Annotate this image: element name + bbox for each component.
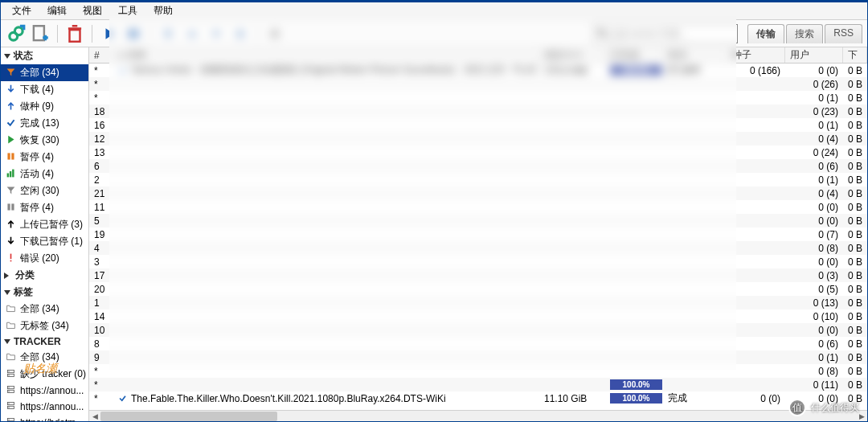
torrent-row[interactable]: *0 (26)0 B [89,77,867,91]
svg-rect-5 [134,29,138,38]
torrent-row[interactable]: 80 (6)0 B [89,337,867,350]
torrent-row[interactable]: *0 (8)0 B [89,364,867,378]
torrent-row[interactable]: 190 (7)0 B [89,227,867,241]
settings-button[interactable] [264,23,285,44]
menu-编辑[interactable]: 编辑 [39,2,75,19]
sidebar-item[interactable]: https://annou... [1,383,88,399]
sidebar-item[interactable]: 空闲 (30) [1,182,88,199]
server-icon [6,416,16,421]
pause-button[interactable] [123,23,144,44]
sidebar-item[interactable]: 无标签 (34) [1,318,88,334]
scrollbar-thumb[interactable] [100,412,277,421]
torrent-row[interactable]: 170 (3)0 B [89,268,867,282]
section-分类[interactable]: 分类 [1,267,88,284]
filter-search-box[interactable] [593,24,738,43]
sidebar-item[interactable]: https://hdatm... [1,415,88,421]
move-down-button[interactable] [206,23,227,44]
svg-rect-2 [34,26,44,40]
torrent-row[interactable]: 60 (6)0 B [89,159,867,173]
orange-watermark: 贴名瀬 [23,362,57,376]
tab-RSS[interactable]: RSS [825,24,862,43]
sidebar-item[interactable]: 上传已暂停 (3) [1,216,88,233]
tab-搜索[interactable]: 搜索 [786,24,823,43]
sidebar-item[interactable]: 错误 (20) [1,250,88,267]
move-bottom-button[interactable] [230,23,251,44]
svg-point-24 [8,391,9,391]
torrent-row[interactable]: 10 (13)0 B [89,296,867,309]
delete-button[interactable] [64,23,85,44]
sidebar-item[interactable]: 下载已暂停 (1) [1,233,88,250]
move-top-button[interactable] [158,23,178,44]
col-name[interactable]: 名称 [113,47,539,63]
torrent-list: # 名称 选定大小 已完成 状态 种子 用户 下 *Various Artist… [89,47,867,421]
torrent-row[interactable]: 30 (0)0 B [89,255,867,268]
torrent-row[interactable]: 100 (0)0 B [89,323,867,337]
pause-orange-icon [6,151,16,164]
sidebar-item[interactable]: 暂停 (4) [1,199,88,216]
sidebar-item[interactable]: https://annou... [1,399,88,415]
sidebar-item[interactable]: 恢复 (30) [1,132,88,149]
move-up-button[interactable] [182,23,203,44]
section-TRACKER[interactable]: TRACKER [1,334,88,349]
svg-rect-16 [10,260,12,261]
sidebar-item[interactable]: 做种 (9) [1,98,88,115]
sidebar-item[interactable]: 下载 (4) [1,81,88,98]
progress-bar: 100.0% [610,65,662,76]
column-headers[interactable]: # 名称 选定大小 已完成 状态 种子 用户 下 [89,47,867,64]
col-down[interactable]: 下 [843,47,867,63]
sidebar-item[interactable]: 全部 (34) [1,64,88,81]
menu-文件[interactable]: 文件 [4,2,39,19]
start-button[interactable] [99,23,120,44]
sidebar-item[interactable]: 全部 (34) [1,301,88,318]
menu-视图[interactable]: 视图 [75,2,110,19]
svg-rect-13 [7,203,10,210]
torrent-row[interactable]: 160 (1)0 B [89,118,867,132]
tab-传输[interactable]: 传输 [747,24,784,43]
torrent-row[interactable]: 40 (8)0 B [89,241,867,255]
sidebar-item[interactable]: 完成 (13) [1,115,88,132]
svg-point-20 [8,375,9,375]
torrent-row[interactable]: *100.0%0 (11)0 B [89,378,867,391]
chevron-icon [4,339,10,344]
col-status[interactable]: 状态 [663,47,727,63]
col-number[interactable]: # [89,47,113,63]
pause-gray-icon [6,202,16,215]
torrent-row[interactable]: 210 (4)0 B [89,186,867,200]
torrent-row[interactable]: *The.Fable.The.Killer.Who.Doesn't.Kill.2… [89,391,867,405]
menu-bar: 文件编辑视图工具帮助 [1,2,867,20]
col-size[interactable]: 选定大小 [539,47,605,63]
torrent-row[interactable]: 120 (4)0 B [89,132,867,145]
svg-rect-8 [7,153,10,159]
torrent-row[interactable]: 90 (1)0 B [89,350,867,364]
torrent-row[interactable]: 130 (24)0 B [89,145,867,159]
col-seeds[interactable]: 种子 [727,47,785,63]
torrent-row[interactable]: 50 (0)0 B [89,214,867,227]
col-done[interactable]: 已完成 [605,47,663,63]
sidebar-item-label: https://annou... [20,401,84,412]
sidebar-item[interactable]: 活动 (4) [1,166,88,182]
filter-input[interactable] [608,28,734,39]
torrent-row[interactable]: 20 (1)0 B [89,173,867,186]
horizontal-scrollbar[interactable]: ◀ ▶ [89,410,867,421]
add-file-button[interactable] [30,23,51,44]
sidebar-item[interactable]: 暂停 (4) [1,149,88,166]
svg-point-19 [8,371,9,371]
torrent-row[interactable]: 140 (10)0 B [89,309,867,323]
torrent-row[interactable]: *0 (1)0 B [89,91,867,104]
torrent-row[interactable]: 110 (0)0 B [89,200,867,214]
svg-point-23 [8,387,9,387]
add-link-button[interactable] [6,23,27,44]
section-状态[interactable]: 状态 [1,47,88,64]
torrent-row[interactable]: *Various Artists - 射雕英雄传之东成西就 (Original … [89,64,867,77]
scroll-left-icon[interactable]: ◀ [89,411,100,422]
sidebar-item-label: 恢复 (30) [20,133,59,147]
menu-帮助[interactable]: 帮助 [145,2,181,19]
torrent-row[interactable]: 180 (23)0 B [89,104,867,118]
menu-工具[interactable]: 工具 [110,2,145,19]
server-icon [6,400,16,413]
chevron-icon [4,272,12,279]
torrent-row[interactable]: 200 (5)0 B [89,282,867,296]
section-标签[interactable]: 标签 [1,284,88,301]
col-peers[interactable]: 用户 [785,47,843,63]
sidebar-item-label: 暂停 (4) [20,201,54,215]
